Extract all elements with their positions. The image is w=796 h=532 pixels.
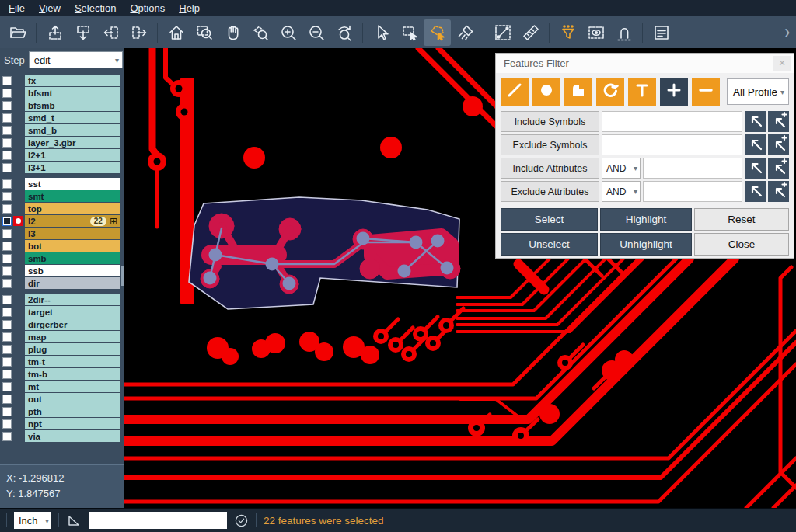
layer-label[interactable]: l222⊞ <box>25 215 120 227</box>
layer-row-sst[interactable]: sst <box>0 178 124 190</box>
profile-select[interactable]: All Profile▾ <box>727 78 789 105</box>
layer-visibility-checkbox[interactable] <box>2 254 12 263</box>
layer-row-l3[interactable]: l3 <box>0 228 124 239</box>
zoom-window-button[interactable] <box>190 19 218 46</box>
include-attributes-button[interactable]: Include Attributes <box>501 158 599 179</box>
layer-visibility-checkbox[interactable] <box>2 357 12 367</box>
layer-row-via[interactable]: via <box>0 430 124 442</box>
include-symbols-pick-add-button[interactable] <box>768 111 789 132</box>
unhighlight-button[interactable]: Unhighlight <box>600 233 692 256</box>
layer-label[interactable]: dir <box>25 277 120 289</box>
layer-label[interactable]: smt <box>25 190 120 202</box>
pan-up-button[interactable] <box>41 19 68 46</box>
toolbar-overflow-icon[interactable]: ❯ <box>784 28 792 37</box>
reset-button[interactable]: Reset <box>694 208 789 231</box>
layer-visibility-checkbox[interactable] <box>2 279 12 288</box>
layer-label[interactable]: mt <box>25 381 120 392</box>
zoom-in-button[interactable] <box>274 19 302 46</box>
layers-panel-button[interactable] <box>648 19 675 46</box>
refresh-icon[interactable] <box>234 513 249 528</box>
layer-label[interactable]: bfsmt <box>25 87 120 99</box>
layer-row-target[interactable]: target <box>0 306 124 318</box>
filter-surface-button[interactable] <box>564 78 592 106</box>
layer-visibility-checkbox[interactable] <box>2 101 12 110</box>
zoom-previous-button[interactable] <box>330 19 358 46</box>
layer-row-tm-b[interactable]: tm-b <box>0 368 124 380</box>
layer-visibility-checkbox[interactable] <box>2 138 12 148</box>
layer-label[interactable]: target <box>25 306 120 318</box>
active-layer-indicator[interactable] <box>13 216 23 226</box>
layer-row-top[interactable]: top <box>0 203 124 214</box>
poly-select-button[interactable] <box>424 19 451 46</box>
layer-visibility-checkbox[interactable] <box>2 295 12 304</box>
exclude-symbols-input[interactable] <box>602 134 742 155</box>
exclude-attributes-input[interactable] <box>643 181 742 202</box>
layer-visibility-checkbox[interactable] <box>2 217 12 226</box>
ruler-button[interactable] <box>517 19 544 46</box>
layer-label[interactable]: tm-t <box>25 356 120 367</box>
include-attributes-input[interactable] <box>643 158 742 179</box>
layer-label[interactable]: smb <box>25 252 120 264</box>
snap-button[interactable] <box>610 19 637 46</box>
close-icon[interactable]: ✕ <box>773 56 791 71</box>
layer-visibility-checkbox[interactable] <box>2 76 12 85</box>
layer-row-out[interactable]: out <box>0 393 124 405</box>
layer-label[interactable]: via <box>25 430 120 442</box>
select-button[interactable]: Select <box>501 208 598 231</box>
layer-label[interactable]: top <box>25 203 120 214</box>
include-symbols-button[interactable]: Include Symbols <box>501 111 599 132</box>
exclude-attributes-button[interactable]: Exclude Attributes <box>501 181 599 202</box>
layer-label[interactable]: bfsmb <box>25 99 120 111</box>
layer-label[interactable]: map <box>25 331 120 342</box>
command-input[interactable] <box>89 512 227 529</box>
layer-visibility-checkbox[interactable] <box>2 320 12 329</box>
layer-visibility-checkbox[interactable] <box>2 192 12 201</box>
filter-arc-button[interactable] <box>596 78 624 106</box>
exclude-attributes-operator-select[interactable]: AND▾ <box>602 181 641 202</box>
include-symbols-pick-button[interactable] <box>745 111 766 132</box>
menu-item-selection[interactable]: Selection <box>68 2 123 15</box>
layer-row-bot[interactable]: bot <box>0 240 124 252</box>
layer-visibility-checkbox[interactable] <box>2 151 12 160</box>
include-symbols-input[interactable] <box>602 111 742 132</box>
layer-row-bfsmt[interactable]: bfsmt <box>0 87 124 99</box>
layer-visibility-checkbox[interactable] <box>2 163 12 172</box>
layer-visibility-checkbox[interactable] <box>2 419 12 429</box>
layer-label[interactable]: l3 <box>25 228 120 239</box>
layer-label[interactable]: l2+1 <box>25 149 120 161</box>
layer-visibility-checkbox[interactable] <box>2 266 12 276</box>
menu-item-view[interactable]: View <box>32 2 68 15</box>
open-file-button[interactable] <box>4 19 31 46</box>
layer-visibility-checkbox[interactable] <box>2 308 12 317</box>
measure-distance-button[interactable] <box>489 19 516 46</box>
show-box-button[interactable] <box>582 19 609 46</box>
include-attributes-operator-select[interactable]: AND▾ <box>602 158 641 179</box>
layer-row-pth[interactable]: pth <box>0 405 124 417</box>
pan-hand-button[interactable] <box>218 19 246 46</box>
layer-row-dir[interactable]: dir <box>0 277 124 289</box>
layer-visibility-checkbox[interactable] <box>2 407 12 416</box>
layer-label[interactable]: dirgerber <box>25 318 120 330</box>
layer-row-dirgerber[interactable]: dirgerber <box>0 318 124 330</box>
pointer-button[interactable] <box>368 19 395 46</box>
zoom-out-button[interactable] <box>302 19 330 46</box>
layer-label[interactable]: npt <box>25 418 120 429</box>
cleanup-brush-button[interactable] <box>452 19 479 46</box>
layer-label[interactable]: 2dir-- <box>25 294 120 305</box>
exclude-attributes-pick-add-button[interactable] <box>768 181 789 202</box>
features-filter-button[interactable] <box>554 19 581 46</box>
exclude-symbols-pick-button[interactable] <box>745 134 766 155</box>
exclude-symbols-pick-add-button[interactable] <box>768 134 789 155</box>
pan-left-button[interactable] <box>97 19 124 46</box>
include-attributes-pick-add-button[interactable] <box>768 158 789 179</box>
layer-visibility-checkbox[interactable] <box>2 370 12 379</box>
filter-remove-button[interactable] <box>692 78 720 106</box>
unit-select[interactable]: Inch ▾ <box>14 512 51 529</box>
layer-visibility-checkbox[interactable] <box>2 432 12 441</box>
layer-visibility-checkbox[interactable] <box>2 229 12 238</box>
pan-down-button[interactable] <box>69 19 96 46</box>
layer-row-map[interactable]: map <box>0 331 124 342</box>
layer-row-npt[interactable]: npt <box>0 418 124 429</box>
rect-select-button[interactable] <box>396 19 423 46</box>
zoom-selection-button[interactable] <box>246 19 274 46</box>
